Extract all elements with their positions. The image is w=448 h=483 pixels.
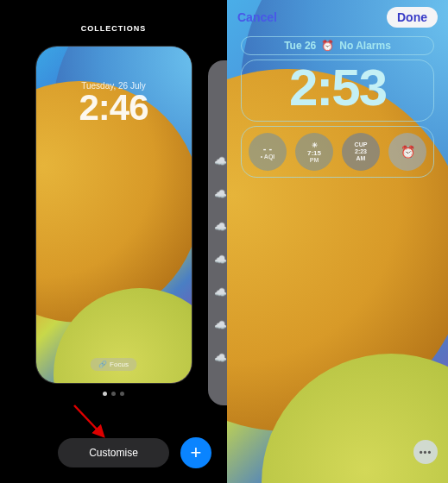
big-clock-time: 2:53 <box>242 62 433 114</box>
alarm-text: No Alarms <box>339 40 391 52</box>
annotation-arrow-icon <box>67 400 110 443</box>
link-icon: 🔗 <box>98 361 107 368</box>
clock-widget-slot[interactable]: 2:53 <box>241 60 434 122</box>
cancel-button[interactable]: Cancel <box>237 7 277 28</box>
svg-line-0 <box>74 405 104 436</box>
alarm-icon: ⏰ <box>401 145 415 159</box>
worldclock-time: 2:23 <box>355 148 367 155</box>
customise-button[interactable]: Customise <box>58 438 169 467</box>
collections-screen: COLLECTIONS Tuesday, 26 July 2:46 🔗 Focu… <box>0 0 227 483</box>
aqi-label: • AQI <box>261 154 275 160</box>
cloud-icon: ☁️ <box>214 352 227 364</box>
sunset-widget[interactable]: ☀ 7:15 PM <box>295 133 333 171</box>
lockscreen-preview[interactable]: Tuesday, 26 July 2:46 🔗 Focus <box>36 47 192 383</box>
cloud-icon: ☁️ <box>214 286 227 298</box>
aqi-value: - - <box>263 144 272 154</box>
aqi-widget[interactable]: - - • AQI <box>249 133 287 171</box>
cloud-icon: ☁️ <box>214 188 227 200</box>
page-indicator <box>103 392 124 396</box>
preview-time: 2:46 <box>79 87 148 129</box>
sunset-ampm: PM <box>310 157 319 163</box>
collections-title: COLLECTIONS <box>81 24 147 33</box>
worldclock-city: CUP <box>355 141 368 148</box>
sun-icon: ☀ <box>312 141 318 149</box>
date-widget-slot[interactable]: Tue 26 ⏰ No Alarms <box>241 36 434 55</box>
focus-pill[interactable]: 🔗 Focus <box>90 358 137 371</box>
done-button[interactable]: Done <box>387 7 438 28</box>
add-wallpaper-button[interactable]: + <box>180 437 211 468</box>
sunset-time: 7:15 <box>307 149 321 157</box>
cloud-icon: ☁️ <box>214 155 227 167</box>
alarm-widget[interactable]: ⏰ <box>388 133 426 171</box>
cloud-icon: ☁️ <box>214 254 227 266</box>
more-options-button[interactable]: ••• <box>413 440 438 464</box>
lockscreen-editor: Cancel Done Tue 26 ⏰ No Alarms 2:53 - - … <box>227 0 448 483</box>
focus-label: Focus <box>110 361 129 368</box>
widgets-slot[interactable]: - - • AQI ☀ 7:15 PM CUP 2:23 AM ⏰ <box>241 126 434 178</box>
alarm-icon: ⏰ <box>321 40 334 52</box>
worldclock-widget[interactable]: CUP 2:23 AM <box>342 133 380 171</box>
date-text: Tue 26 <box>284 40 316 52</box>
cloud-icon: ☁️ <box>214 319 227 331</box>
cloud-icon: ☁️ <box>214 221 227 233</box>
worldclock-ampm: AM <box>357 155 366 162</box>
